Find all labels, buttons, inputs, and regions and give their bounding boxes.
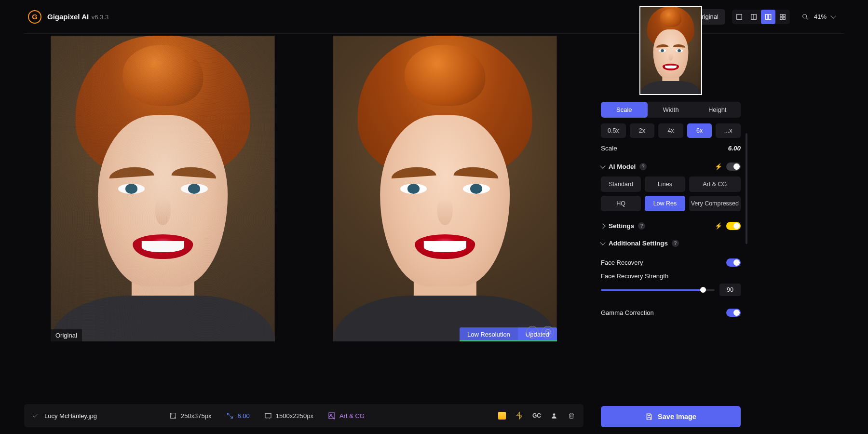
model-standard[interactable]: Standard: [601, 176, 641, 192]
tab-height[interactable]: Height: [694, 102, 741, 118]
face-button[interactable]: [550, 411, 558, 420]
svg-line-10: [806, 18, 808, 19]
help-icon[interactable]: ?: [639, 163, 647, 170]
bolt-icon: ⚡: [715, 222, 722, 230]
magnifier-icon: [801, 13, 809, 21]
scale-6x[interactable]: 6x: [687, 123, 712, 138]
view-single-icon: [736, 14, 743, 20]
ai-model-section-header[interactable]: AI Model ? ⚡: [601, 163, 741, 171]
updated-model-chip: Low Resolution: [460, 327, 518, 341]
chevron-down-icon: [600, 240, 605, 245]
save-image-button[interactable]: Save Image: [601, 406, 741, 427]
scale-4x[interactable]: 4x: [658, 123, 683, 138]
gc-label: GC: [532, 412, 541, 419]
comparison-canvas[interactable]: Original Low Resolu: [24, 34, 583, 399]
scale-05x[interactable]: 0.5x: [601, 123, 626, 138]
view-single-button[interactable]: [732, 10, 746, 24]
svg-rect-4: [769, 14, 771, 19]
svg-rect-7: [780, 17, 782, 19]
compare-icon: [515, 411, 524, 420]
ai-model-auto-toggle[interactable]: [726, 163, 741, 171]
bolt-icon: ⚡: [715, 163, 722, 170]
zoom-value: 41%: [814, 13, 827, 20]
svg-point-15: [553, 413, 556, 416]
save-icon: [645, 413, 653, 420]
tab-scale[interactable]: Scale: [601, 102, 648, 118]
model-indicator[interactable]: Art & CG: [328, 412, 365, 420]
navigator-thumbnail[interactable]: [639, 6, 702, 95]
svg-rect-13: [329, 413, 335, 419]
view-side-by-side-icon: [765, 14, 772, 20]
output-icon: [264, 412, 272, 420]
model-grid: Standard Lines Art & CG HQ Low Res Very …: [601, 176, 741, 211]
face-strength-value[interactable]: 90: [719, 284, 741, 296]
check-icon: [32, 412, 39, 419]
scale-label: Scale: [601, 145, 617, 152]
svg-rect-3: [765, 14, 768, 19]
view-split-icon: [750, 14, 757, 20]
color-swatch-button[interactable]: [498, 411, 506, 420]
svg-rect-0: [737, 14, 742, 19]
model-low-res[interactable]: Low Res: [645, 196, 685, 211]
face-recovery-label: Face Recovery: [601, 259, 643, 266]
chevron-down-icon: [600, 163, 605, 168]
dimensions-icon: [169, 412, 177, 420]
model-hq[interactable]: HQ: [601, 196, 641, 211]
sidebar-scrollbar[interactable]: [746, 133, 747, 244]
help-icon[interactable]: ?: [672, 240, 679, 247]
swatch-icon: [498, 412, 506, 420]
settings-section-header[interactable]: Settings ? ⚡: [601, 222, 741, 230]
face-strength-label: Face Recovery Strength: [601, 272, 741, 280]
model-very-compressed[interactable]: Very Compressed: [689, 196, 741, 211]
chevron-right-icon: [600, 223, 605, 229]
picture-icon: [328, 412, 336, 420]
model-lines[interactable]: Lines: [645, 176, 685, 192]
face-strength-slider[interactable]: [601, 289, 715, 291]
output-dimensions: 1500x2250px: [264, 412, 313, 420]
chevron-down-icon: [830, 13, 836, 18]
rate-sad-button[interactable]: ☹: [542, 326, 554, 339]
resize-mode-tabs: Scale Width Height: [601, 102, 741, 118]
person-icon: [551, 412, 557, 419]
app-version: v6.3.3: [92, 14, 108, 21]
gamma-toggle[interactable]: [726, 309, 741, 317]
rate-happy-button[interactable]: ☺: [526, 326, 539, 339]
svg-rect-6: [783, 14, 785, 16]
view-mode-group: [732, 10, 790, 24]
view-split-button[interactable]: [746, 10, 761, 24]
delete-button[interactable]: [567, 411, 576, 420]
model-art-cg[interactable]: Art & CG: [689, 176, 741, 192]
app-logo-icon: G: [28, 10, 41, 24]
app-name: Gigapixel AI: [47, 13, 89, 21]
svg-rect-12: [265, 413, 271, 418]
original-label: Original: [51, 329, 82, 341]
scale-factor[interactable]: 6.00: [226, 412, 250, 420]
view-grid-icon: [779, 14, 786, 20]
help-icon[interactable]: ?: [638, 222, 645, 230]
trash-icon: [568, 412, 575, 420]
compare-button[interactable]: [515, 411, 524, 420]
scale-preset-chips: 0.5x 2x 4x 6x ...x: [601, 123, 741, 138]
settings-auto-toggle[interactable]: [726, 222, 741, 230]
scale-custom[interactable]: ...x: [716, 123, 741, 138]
updated-image-pane: Low Resolution Updated ☺ ☹: [333, 36, 557, 341]
gamma-label: Gamma Correction: [601, 309, 654, 316]
additional-settings-section-header[interactable]: Additional Settings ?: [601, 240, 741, 247]
expand-icon: [226, 412, 234, 420]
file-info-bar: Lucy McHanley.jpg 250x375px 6.00 1500x22…: [24, 404, 583, 427]
scale-2x[interactable]: 2x: [630, 123, 655, 138]
tab-width[interactable]: Width: [648, 102, 694, 118]
filename[interactable]: Lucy McHanley.jpg: [44, 412, 97, 420]
face-recovery-toggle[interactable]: [726, 258, 741, 267]
app-brand: G Gigapixel AI v6.3.3: [28, 10, 108, 24]
original-image-pane: Original: [51, 36, 275, 341]
scale-value: 6.00: [728, 145, 741, 152]
source-dimensions: 250x375px: [169, 412, 212, 420]
settings-sidebar: Scale Width Height 0.5x 2x 4x 6x ...x Sc…: [601, 34, 741, 434]
view-grid-button[interactable]: [775, 10, 790, 24]
svg-rect-8: [783, 17, 785, 19]
view-side-by-side-button[interactable]: [761, 10, 775, 24]
svg-point-9: [803, 14, 807, 18]
zoom-control[interactable]: 41%: [797, 11, 840, 23]
svg-rect-5: [780, 14, 782, 16]
